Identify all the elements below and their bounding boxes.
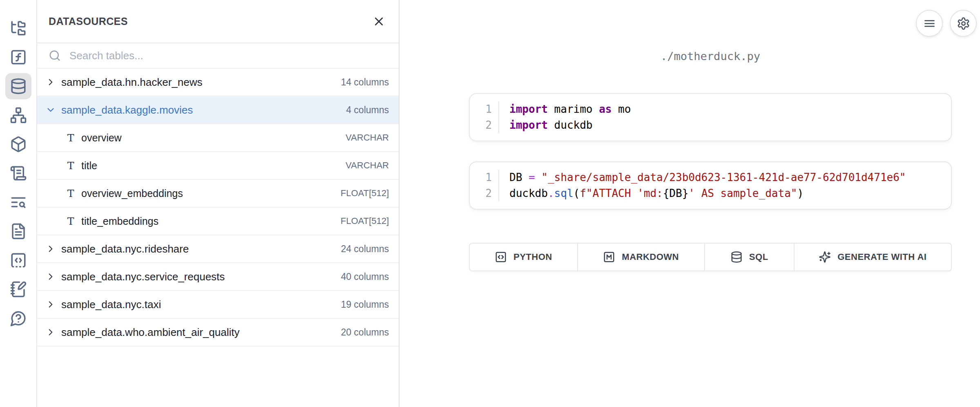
table-columns-count: 14 columns	[341, 77, 389, 88]
code-cell[interactable]: 12DB = "_share/sample_data/23b0d623-1361…	[469, 161, 952, 210]
column-type-icon: T	[65, 160, 76, 172]
column-name: title_embeddings	[81, 215, 158, 227]
database-icon	[10, 78, 27, 95]
sidebar-item-snippets[interactable]	[5, 247, 31, 273]
add-cell-bar: PYTHONMARKDOWNSQLGENERATE WITH AI	[469, 243, 952, 271]
table-row[interactable]: sample_data.nyc.service_requests40 colum…	[37, 263, 399, 291]
table-name: sample_data.nyc.service_requests	[61, 271, 225, 283]
chevron-right-icon	[45, 244, 56, 254]
sidebar-item-variables[interactable]	[5, 44, 31, 70]
search-icon	[49, 49, 61, 62]
code-editor[interactable]: DB = "_share/sample_data/23b0d623-1361-4…	[499, 170, 906, 201]
database-icon	[730, 251, 743, 263]
sidebar-item-documentation[interactable]	[5, 218, 31, 244]
m-square-icon	[603, 251, 615, 263]
notebook-pen-icon	[10, 281, 27, 298]
line-numbers: 12	[470, 170, 499, 201]
column-row[interactable]: Toverview_embeddingsFLOAT[512]	[37, 180, 399, 208]
file-text-icon	[10, 223, 27, 240]
column-type: VARCHAR	[346, 132, 389, 143]
sidebar-item-help[interactable]	[5, 305, 31, 331]
notebook-filename: ./motherduck.py	[469, 50, 952, 63]
panel-title: DATASOURCES	[49, 16, 128, 27]
code-cell[interactable]: 12import marimo as moimport duckdb	[469, 93, 952, 141]
network-icon	[10, 107, 27, 124]
add-cell-button-label: GENERATE WITH AI	[837, 252, 926, 262]
add-cell-sql-button[interactable]: SQL	[704, 244, 794, 271]
sidebar-item-logs[interactable]	[5, 160, 31, 186]
sidebar-item-tracing[interactable]	[5, 189, 31, 215]
table-columns-count: 24 columns	[341, 244, 389, 255]
code-editor[interactable]: import marimo as moimport duckdb	[499, 101, 631, 133]
code-line: import marimo as mo	[509, 101, 631, 117]
menu-icon	[923, 17, 936, 30]
datasources-panel-header: DATASOURCES	[37, 0, 399, 43]
column-type: VARCHAR	[346, 160, 389, 171]
add-cell-python-button[interactable]: PYTHON	[470, 244, 577, 271]
column-row[interactable]: TtitleVARCHAR	[37, 152, 399, 180]
column-type-icon: T	[65, 215, 76, 227]
chevron-right-icon	[45, 77, 56, 87]
code-line: DB = "_share/sample_data/23b0d623-1361-4…	[509, 170, 906, 186]
table-name: sample_data.who.ambient_air_quality	[61, 326, 240, 339]
settings-button[interactable]	[950, 10, 977, 37]
column-type: FLOAT[512]	[341, 188, 389, 199]
function-square-icon	[10, 49, 27, 66]
column-type-icon: T	[65, 188, 76, 199]
table-row[interactable]: sample_data.nyc.rideshare24 columns	[37, 235, 399, 263]
sidebar-item-scratchpad[interactable]	[5, 276, 31, 302]
code-square-dashed-icon	[10, 252, 27, 269]
message-question-icon	[10, 310, 27, 327]
add-cell-generate-with-ai-button[interactable]: GENERATE WITH AI	[794, 244, 951, 271]
sidebar-item-dependencies[interactable]	[5, 102, 31, 128]
folder-tree-icon	[10, 20, 27, 37]
header-actions	[916, 10, 977, 37]
box-icon	[10, 136, 27, 153]
scroll-text-icon	[10, 165, 27, 182]
x-icon	[372, 15, 386, 28]
table-name: sample_data.nyc.taxi	[61, 298, 161, 311]
table-name: sample_data.kaggle.movies	[61, 104, 193, 116]
add-cell-button-label: PYTHON	[513, 252, 552, 262]
table-name: sample_data.nyc.rideshare	[61, 243, 189, 255]
table-row[interactable]: sample_data.hn.hacker_news14 columns	[37, 69, 399, 96]
add-cell-button-label: SQL	[749, 252, 768, 262]
marimo-app: DATASOURCES sample_data.hn.hacker_news14…	[0, 0, 980, 407]
add-cell-markdown-button[interactable]: MARKDOWN	[577, 244, 704, 271]
column-row[interactable]: ToverviewVARCHAR	[37, 124, 399, 152]
code-square-icon	[495, 251, 507, 263]
gear-icon	[957, 17, 970, 30]
code-line: import duckdb	[509, 117, 631, 133]
cells-container: 12import marimo as moimport duckdb12DB =…	[469, 93, 952, 210]
table-search-bar	[37, 43, 399, 69]
table-row[interactable]: sample_data.who.ambient_air_quality20 co…	[37, 319, 399, 347]
chevron-down-icon	[45, 105, 56, 115]
column-type-icon: T	[65, 132, 76, 144]
column-row[interactable]: Ttitle_embeddingsFLOAT[512]	[37, 208, 399, 235]
search-tables-input[interactable]	[69, 49, 387, 62]
datasources-panel: DATASOURCES sample_data.hn.hacker_news14…	[37, 0, 400, 407]
menu-button[interactable]	[916, 10, 943, 37]
sparkles-icon	[819, 251, 831, 263]
column-name: overview	[81, 132, 122, 144]
column-name: overview_embeddings	[81, 188, 183, 199]
close-panel-button[interactable]	[369, 12, 388, 31]
add-cell-button-label: MARKDOWN	[622, 252, 679, 262]
sidebar-item-file-explorer[interactable]	[5, 15, 31, 41]
chevron-right-icon	[45, 299, 56, 310]
sidebar-item-datasources[interactable]	[5, 73, 31, 99]
chevron-right-icon	[45, 271, 56, 282]
table-row[interactable]: sample_data.nyc.taxi19 columns	[37, 291, 399, 319]
column-type: FLOAT[512]	[341, 216, 389, 226]
table-columns-count: 4 columns	[346, 105, 389, 116]
notebook-column: ./motherduck.py 12import marimo as moimp…	[469, 50, 952, 271]
tables-list: sample_data.hn.hacker_news14 columnssamp…	[37, 69, 399, 407]
line-numbers: 12	[470, 101, 499, 133]
table-row[interactable]: sample_data.kaggle.movies4 columns	[37, 96, 399, 124]
table-columns-count: 20 columns	[341, 327, 389, 338]
column-name: title	[81, 160, 97, 172]
activity-sidebar	[0, 0, 37, 407]
code-line: duckdb.sql(f"ATTACH 'md:{DB}' AS sample_…	[509, 186, 906, 201]
notebook-area: ./motherduck.py 12import marimo as moimp…	[400, 0, 980, 407]
sidebar-item-packages[interactable]	[5, 131, 31, 157]
